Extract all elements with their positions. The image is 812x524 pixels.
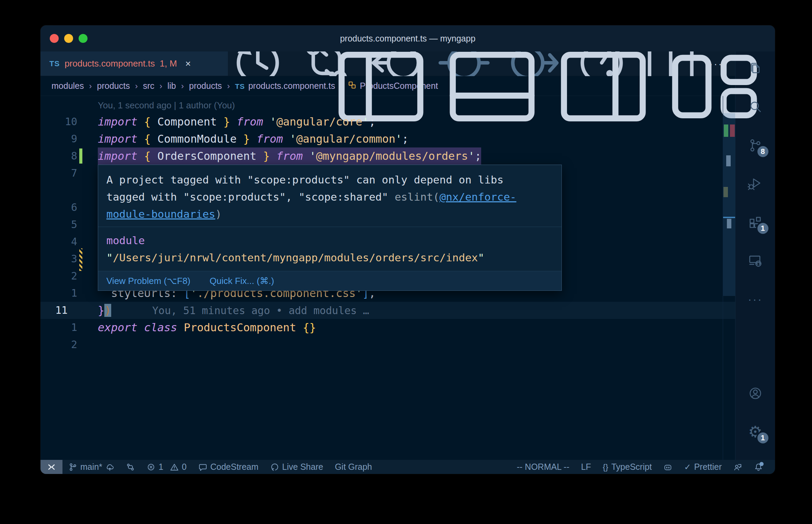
workbench: TS products.component.ts 1, M × ··· modu… <box>40 51 775 460</box>
gutter <box>77 130 98 147</box>
code-token: ; <box>402 132 408 145</box>
status-eol[interactable]: LF <box>575 460 597 474</box>
code-token: ' <box>362 115 369 128</box>
activity-extensions-button[interactable]: 1 <box>745 212 766 233</box>
breadcrumb-separator: › <box>227 81 230 91</box>
activity-files-button[interactable] <box>745 58 766 79</box>
compare-branch-icon <box>126 463 135 472</box>
code-token: ; <box>369 115 375 128</box>
line-number: 10 <box>40 113 77 130</box>
line-number: 6 <box>40 199 77 216</box>
breadcrumb-item-products[interactable]: products <box>97 81 130 91</box>
quick-fix-action[interactable]: Quick Fix... (⌘.) <box>210 276 274 286</box>
typescript-file-icon: TS <box>49 59 60 68</box>
overview-ruler[interactable] <box>723 96 735 460</box>
scrollbar-thumb[interactable] <box>723 113 735 296</box>
activity-source-control-button[interactable]: 8 <box>745 135 766 156</box>
code-token: import <box>98 132 138 145</box>
gutter-added-indicator <box>79 148 82 164</box>
status-language[interactable]: {}TypeScript <box>597 460 658 474</box>
git-graph-label: Git Graph <box>335 462 372 472</box>
hover-text: tagged with "scope:products", "scope:sha… <box>106 191 395 203</box>
status-vim-mode[interactable]: -- NORMAL -- <box>511 460 575 474</box>
activity-settings-button[interactable]: ⚙1 <box>745 421 766 442</box>
gutter <box>77 233 98 250</box>
activity-search-button[interactable] <box>745 97 766 117</box>
code-editor[interactable]: You, 1 second ago | 1 author (You)10impo… <box>40 96 735 460</box>
code-token <box>296 321 303 334</box>
ruler-mark-diff-modified <box>723 187 728 197</box>
code-token: ' <box>310 150 316 163</box>
eslint-rule-link[interactable]: module-boundaries <box>106 208 215 220</box>
code-token <box>217 115 223 128</box>
status-problems[interactable]: 10 <box>141 460 193 474</box>
status-prettier[interactable]: ✓Prettier <box>678 460 728 474</box>
eslint-rule-link[interactable]: @nx/enforce- <box>440 191 517 203</box>
desktop-background: products.component.ts — myngapp TS produ… <box>0 0 812 524</box>
status-copilot[interactable] <box>658 460 678 474</box>
code-token <box>283 132 289 145</box>
status-bar-left: main*10CodeStreamLive ShareGit Graph <box>40 460 378 474</box>
notification-dot <box>759 462 764 466</box>
line-number: 2 <box>40 336 77 353</box>
status-live-share[interactable]: Live Share <box>264 460 329 474</box>
settings-badge: 1 <box>756 431 770 445</box>
robot-icon <box>663 463 672 472</box>
activity-more-button[interactable]: ··· <box>745 289 766 309</box>
line-number: 1 <box>40 319 77 336</box>
gutter <box>77 285 98 302</box>
breadcrumb-label: products <box>189 81 222 91</box>
line-content: import { CommonModule } from '@angular/c… <box>98 130 408 147</box>
language-label: TypeScript <box>611 462 652 472</box>
breadcrumb-item-src[interactable]: src <box>143 81 154 91</box>
activity-run-debug-button[interactable] <box>745 174 766 194</box>
ruler-mark-cursor-block <box>727 219 731 228</box>
warning-icon <box>170 463 179 472</box>
status-feedback[interactable] <box>728 460 748 474</box>
breadcrumb-item-modules[interactable]: modules <box>51 81 84 91</box>
code-line: 2 <box>40 336 735 353</box>
view-problem-action[interactable]: View Problem (⌥F8) <box>106 276 190 286</box>
line-number <box>40 182 77 199</box>
editor-group: TS products.component.ts 1, M × ··· modu… <box>40 51 735 460</box>
status-git-branch[interactable]: main* <box>62 460 120 474</box>
code-token: ' <box>395 132 402 145</box>
code-token <box>138 132 144 145</box>
vim-block-cursor: ) <box>104 304 111 317</box>
code-token <box>270 150 276 163</box>
gutter <box>77 336 98 353</box>
breadcrumb-label: products <box>97 81 130 91</box>
status-remote-indicator[interactable] <box>40 460 62 474</box>
code-token: ; <box>475 150 481 163</box>
line-number: 8 <box>40 147 77 165</box>
prettier-glyph: ✓ <box>684 462 691 472</box>
codestream-label: CodeStream <box>210 462 258 472</box>
code-token: from <box>256 132 283 145</box>
status-notifications[interactable] <box>748 460 769 474</box>
code-token: } <box>243 132 250 145</box>
title-bar: products.component.ts — myngapp <box>40 25 775 51</box>
hover-message: A project tagged with "scope:products" c… <box>98 165 561 227</box>
remote-indicator-icon <box>47 463 56 472</box>
activity-account-button[interactable] <box>745 383 766 404</box>
breadcrumb-item-products[interactable]: products <box>189 81 222 91</box>
line-content: export class ProductsComponent {} <box>98 319 316 336</box>
person-feedback-icon <box>733 463 742 472</box>
breadcrumb-item-lib[interactable]: lib <box>167 81 176 91</box>
codestream-icon <box>198 463 207 472</box>
status-codestream[interactable]: CodeStream <box>193 460 264 474</box>
activity-remote-explorer-button[interactable] <box>745 250 766 271</box>
code-token: @angular/common <box>296 132 395 145</box>
tab-products-component[interactable]: TS products.component.ts 1, M × <box>40 51 228 76</box>
close-tab-button[interactable]: × <box>185 58 191 69</box>
status-gitlens-compare[interactable] <box>120 460 141 474</box>
breadcrumb-item-products-component-ts[interactable]: TSproducts.component.ts <box>235 81 335 91</box>
breadcrumb-separator: › <box>89 81 92 91</box>
eol-label: LF <box>581 462 591 472</box>
code-token <box>237 132 243 145</box>
git-branch-icon <box>68 463 77 472</box>
live-share-icon <box>270 463 279 472</box>
code-token <box>138 115 144 128</box>
status-git-graph[interactable]: Git Graph <box>329 460 378 474</box>
code-token: @myngapp/modules/orders <box>316 150 468 163</box>
